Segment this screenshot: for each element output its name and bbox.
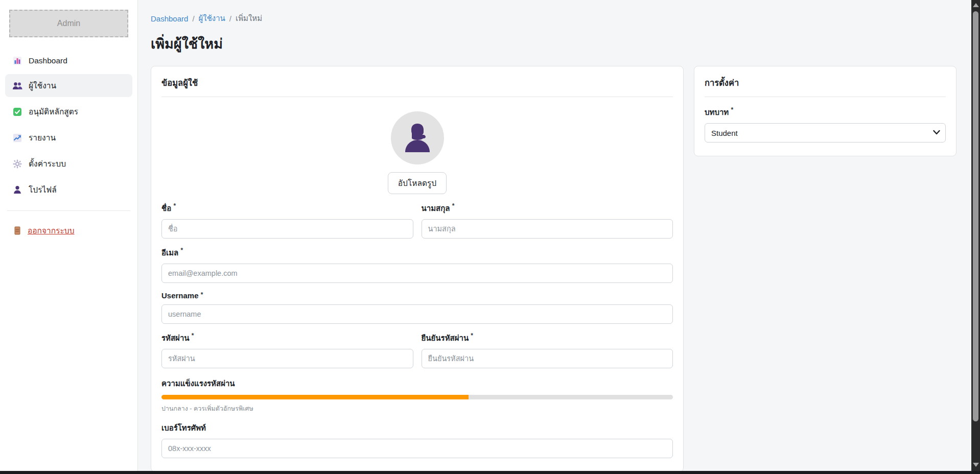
admin-logo-placeholder: Admin (9, 10, 128, 37)
window-bottom-edge (0, 471, 980, 474)
door-icon (12, 226, 22, 236)
person-icon (12, 185, 22, 195)
phone-group: เบอร์โทรศัพท์ (161, 422, 673, 458)
role-select-wrap: Student (705, 123, 946, 143)
sidebar-nav: Dashboard ผู้ใช้งาน อนุมัติหลักสูตร รายง… (5, 51, 132, 201)
password-strength-section: ความแข็งแรงรหัสผ่าน ปานกลาง - ควรเพิ่มตั… (161, 377, 673, 414)
sidebar-item-label: Dashboard (29, 56, 67, 65)
username-label: Username * (161, 291, 673, 300)
settings-card: การตั้งค่า บทบาท * Student (694, 66, 956, 156)
line-chart-icon (12, 133, 22, 143)
sidebar-item-system-settings[interactable]: ตั้งค่าระบบ (5, 152, 132, 175)
sidebar-item-dashboard[interactable]: Dashboard (5, 51, 132, 71)
last-name-input[interactable] (422, 219, 673, 239)
username-input[interactable] (161, 304, 673, 324)
role-select[interactable]: Student (705, 123, 946, 143)
password-row: รหัสผ่าน * ยืนยันรหัสผ่าน * (161, 324, 673, 368)
last-name-group: นามสกุล * (422, 194, 673, 239)
password-strength-hint: ปานกลาง - ควรเพิ่มตัวอักษรพิเศษ (161, 404, 673, 414)
breadcrumb-link-users[interactable]: ผู้ใช้งาน (199, 12, 225, 25)
page-title: เพิ่มผู้ใช้ใหม่ (151, 33, 956, 55)
user-info-card: ข้อมูลผู้ใช้ อัปโหลดรูป (151, 66, 684, 472)
user-info-card-body: อัปโหลดรูป ชื่อ * นามสกุล * อีเม (151, 97, 683, 471)
first-name-group: ชื่อ * (161, 194, 413, 239)
sidebar: Admin Dashboard ผู้ใช้งาน อนุมัติหลักสูต (0, 0, 138, 474)
password-strength-fill (161, 395, 469, 399)
bar-chart-icon (12, 56, 22, 66)
scrollbar-up-arrow-icon[interactable] (973, 3, 979, 7)
required-asterisk: * (192, 332, 194, 339)
email-label: อีเมล * (161, 247, 673, 259)
gear-icon (12, 159, 22, 169)
confirm-password-group: ยืนยันรหัสผ่าน * (422, 324, 673, 368)
username-group: Username * (161, 291, 673, 324)
user-info-card-title: ข้อมูลผู้ใช้ (161, 66, 673, 97)
admin-logo-text: Admin (57, 19, 80, 28)
vertical-scrollbar[interactable] (971, 0, 980, 474)
required-asterisk: * (471, 332, 473, 339)
first-name-input[interactable] (161, 219, 413, 239)
required-asterisk: * (731, 106, 733, 113)
required-asterisk: * (180, 247, 183, 254)
last-name-label: นามสกุล * (422, 202, 673, 215)
settings-card-body: บทบาท * Student (694, 97, 956, 156)
email-input[interactable] (161, 264, 673, 283)
scrollbar-down-arrow-icon[interactable] (973, 463, 979, 467)
users-icon (12, 81, 22, 91)
sidebar-item-reports[interactable]: รายงาน (5, 126, 132, 149)
password-input[interactable] (161, 349, 413, 368)
required-asterisk: * (201, 291, 203, 298)
password-group: รหัสผ่าน * (161, 324, 413, 368)
person-silhouette-icon (403, 123, 432, 153)
app-window: Admin Dashboard ผู้ใช้งาน อนุมัติหลักสูต (0, 0, 971, 474)
avatar (391, 111, 444, 164)
avatar-section: อัปโหลดรูป (161, 111, 673, 194)
check-box-icon (12, 107, 22, 117)
settings-card-title: การตั้งค่า (705, 66, 946, 97)
logout-label: ออกจากระบบ (28, 224, 75, 237)
breadcrumb: Dashboard / ผู้ใช้งาน / เพิ่มใหม่ (151, 12, 956, 25)
name-row: ชื่อ * นามสกุล * (161, 194, 673, 239)
required-asterisk: * (452, 202, 455, 209)
confirm-password-input[interactable] (422, 349, 673, 368)
role-label: บทบาท * (705, 106, 946, 118)
sidebar-item-users[interactable]: ผู้ใช้งาน (5, 74, 132, 97)
email-group: อีเมล * (161, 247, 673, 283)
phone-label: เบอร์โทรศัพท์ (161, 422, 673, 434)
sidebar-item-label: ตั้งค่าระบบ (29, 157, 66, 170)
sidebar-divider (7, 210, 130, 211)
content-row: ข้อมูลผู้ใช้ อัปโหลดรูป (151, 66, 956, 472)
sidebar-item-label: โปรไฟล์ (29, 183, 57, 196)
breadcrumb-link-dashboard[interactable]: Dashboard (151, 14, 188, 23)
main-content: Dashboard / ผู้ใช้งาน / เพิ่มใหม่ เพิ่มผ… (138, 0, 971, 474)
logout-link[interactable]: ออกจากระบบ (5, 220, 132, 241)
upload-photo-button[interactable]: อัปโหลดรูป (388, 172, 447, 194)
sidebar-item-label: รายงาน (29, 131, 56, 144)
scrollbar-thumb[interactable] (973, 11, 978, 421)
confirm-password-label: ยืนยันรหัสผ่าน * (422, 332, 673, 344)
sidebar-item-course-approval[interactable]: อนุมัติหลักสูตร (5, 100, 132, 123)
sidebar-item-profile[interactable]: โปรไฟล์ (5, 178, 132, 201)
first-name-label: ชื่อ * (161, 202, 413, 215)
password-strength-label: ความแข็งแรงรหัสผ่าน (161, 377, 673, 390)
sidebar-item-label: อนุมัติหลักสูตร (29, 105, 78, 118)
password-strength-track (161, 395, 673, 399)
sidebar-item-label: ผู้ใช้งาน (29, 79, 56, 92)
breadcrumb-separator: / (229, 14, 231, 23)
breadcrumb-current: เพิ่มใหม่ (236, 12, 262, 25)
breadcrumb-separator: / (192, 14, 194, 23)
required-asterisk: * (173, 202, 176, 209)
phone-input[interactable] (161, 439, 673, 458)
password-label: รหัสผ่าน * (161, 332, 413, 344)
